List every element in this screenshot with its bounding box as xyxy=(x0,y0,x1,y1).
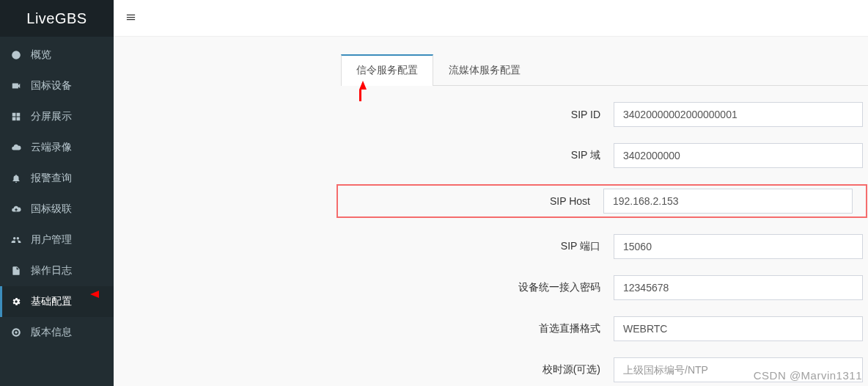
cloud-up-icon xyxy=(10,204,22,214)
sidebar-item-label: 操作日志 xyxy=(31,264,72,277)
support-icon xyxy=(10,327,22,338)
input-sip-port[interactable] xyxy=(614,234,863,259)
sidebar-item-alarm[interactable]: 报警查询 xyxy=(0,163,114,194)
label-sip-port: SIP 端口 xyxy=(341,240,614,253)
tabs: 信令服务配置 流媒体服务配置 xyxy=(341,54,868,86)
label-sip-domain: SIP 域 xyxy=(341,149,614,162)
sidebar-item-cascade[interactable]: 国标级联 xyxy=(0,194,114,225)
row-sip-host: SIP Host xyxy=(341,184,868,218)
sidebar-item-devices[interactable]: 国标设备 xyxy=(0,70,114,101)
sidebar-item-cloudrec[interactable]: 云端录像 xyxy=(0,132,114,163)
file-icon xyxy=(10,266,22,276)
camera-icon xyxy=(10,81,22,91)
sidebar-item-label: 版本信息 xyxy=(31,326,72,339)
grid-icon xyxy=(10,112,22,122)
sidebar-item-label: 基础配置 xyxy=(31,295,72,308)
input-preferred-fmt[interactable] xyxy=(614,316,863,341)
sidebar-item-label: 分屏展示 xyxy=(31,110,72,123)
sidebar-item-label: 云端录像 xyxy=(31,141,72,154)
sidebar: LiveGBS 概览 国标设备 分屏展示 xyxy=(0,0,114,386)
sidebar-item-splitview[interactable]: 分屏展示 xyxy=(0,101,114,132)
cloud-icon xyxy=(10,142,22,153)
sidebar-item-label: 国标级联 xyxy=(31,203,72,216)
input-sip-host[interactable] xyxy=(603,189,853,214)
row-sip-id: SIP ID xyxy=(341,102,868,127)
input-sip-id[interactable] xyxy=(614,102,863,127)
main-content: 信令服务配置 流媒体服务配置 SIP ID SIP 域 SIP Host xyxy=(114,0,868,386)
sidebar-item-logs[interactable]: 操作日志 xyxy=(0,255,114,286)
sidebar-menu: 概览 国标设备 分屏展示 云端录像 xyxy=(0,37,114,386)
dashboard-icon xyxy=(10,50,22,60)
sidebar-item-label: 用户管理 xyxy=(31,233,72,247)
config-panel: 信令服务配置 流媒体服务配置 SIP ID SIP 域 SIP Host xyxy=(341,54,868,386)
label-preferred-fmt: 首选直播格式 xyxy=(341,322,614,335)
signaling-form: SIP ID SIP 域 SIP Host SIP 端口 xyxy=(341,86,868,386)
sidebar-item-label: 报警查询 xyxy=(31,172,72,185)
tab-signaling[interactable]: 信令服务配置 xyxy=(341,54,433,86)
users-icon xyxy=(10,235,22,245)
row-sip-domain: SIP 域 xyxy=(341,143,868,168)
label-sip-host: SIP Host xyxy=(341,195,603,207)
sidebar-item-version[interactable]: 版本信息 xyxy=(0,317,114,348)
label-ntp-src: 校时源(可选) xyxy=(341,363,614,376)
sidebar-item-label: 概览 xyxy=(31,48,51,62)
row-device-pwd: 设备统一接入密码 xyxy=(341,275,868,300)
highlight-sip-host: SIP Host xyxy=(336,184,867,218)
row-sip-port: SIP 端口 xyxy=(341,234,868,259)
input-sip-domain[interactable] xyxy=(614,143,863,168)
bell-icon xyxy=(10,173,22,183)
cogs-icon xyxy=(10,296,22,307)
brand-title: LiveGBS xyxy=(0,0,114,37)
sidebar-item-label: 国标设备 xyxy=(31,79,72,92)
sidebar-item-overview[interactable]: 概览 xyxy=(0,40,114,70)
row-preferred-fmt: 首选直播格式 xyxy=(341,316,868,341)
label-sip-id: SIP ID xyxy=(341,109,614,120)
watermark: CSDN @Marvin1311 xyxy=(754,369,862,382)
label-device-pwd: 设备统一接入密码 xyxy=(341,281,614,294)
tab-streaming[interactable]: 流媒体服务配置 xyxy=(433,54,536,86)
input-device-pwd[interactable] xyxy=(614,275,863,300)
sidebar-item-users[interactable]: 用户管理 xyxy=(0,225,114,255)
